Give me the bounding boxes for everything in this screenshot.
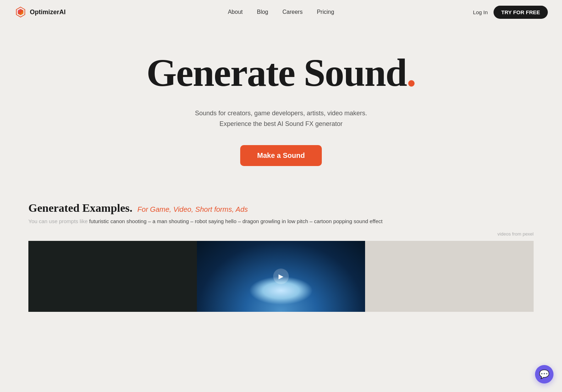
- examples-description-prefix: You can use prompts like: [28, 218, 88, 224]
- nav-careers[interactable]: Careers: [282, 9, 303, 15]
- examples-prompts: futuristic canon shooting – a man shouti…: [89, 218, 382, 224]
- hero-section: Generate Sound. Sounds for creators, gam…: [0, 24, 562, 187]
- hero-subtitle: Sounds for creators, game developers, ar…: [195, 108, 367, 129]
- video-card-2-inner: ▶: [197, 241, 365, 312]
- video-card-3[interactable]: [365, 241, 534, 312]
- play-icon: ▶: [273, 269, 289, 284]
- hero-subtitle-line2: Experience the best AI Sound FX generato…: [219, 120, 342, 127]
- examples-description: You can use prompts like futuristic cano…: [28, 218, 534, 224]
- video-card-2[interactable]: ▶: [197, 241, 365, 312]
- chat-widget[interactable]: 💬: [535, 365, 553, 383]
- hero-subtitle-line1: Sounds for creators, game developers, ar…: [195, 110, 367, 117]
- navbar: OptimizerAI About Blog Careers Pricing L…: [0, 0, 562, 24]
- videos-credit: videos from pexel: [28, 231, 534, 237]
- brand-logo-icon: [14, 6, 27, 18]
- nav-about[interactable]: About: [228, 9, 243, 15]
- brand-link[interactable]: OptimizerAI: [14, 6, 66, 18]
- video-cards: ▶: [28, 241, 534, 312]
- chat-icon: 💬: [539, 369, 550, 379]
- video-card-1[interactable]: [28, 241, 197, 312]
- hero-title-period: .: [407, 51, 416, 94]
- try-free-button[interactable]: TRY FOR FREE: [494, 6, 548, 19]
- examples-subtitle: For Game, Video, Short forms, Ads: [137, 205, 248, 214]
- make-sound-button[interactable]: Make a Sound: [240, 145, 322, 166]
- examples-title: Generated Examples.: [28, 201, 132, 215]
- brand-name-text: OptimizerAI: [30, 9, 66, 16]
- hero-title: Generate Sound.: [147, 53, 415, 94]
- nav-pricing[interactable]: Pricing: [317, 9, 334, 15]
- login-button[interactable]: Log In: [473, 9, 488, 15]
- nav-blog[interactable]: Blog: [257, 9, 268, 15]
- examples-section: Generated Examples. For Game, Video, Sho…: [0, 187, 562, 312]
- nav-links: About Blog Careers Pricing: [228, 9, 334, 15]
- examples-header: Generated Examples. For Game, Video, Sho…: [28, 201, 534, 215]
- navbar-actions: Log In TRY FOR FREE: [473, 6, 548, 19]
